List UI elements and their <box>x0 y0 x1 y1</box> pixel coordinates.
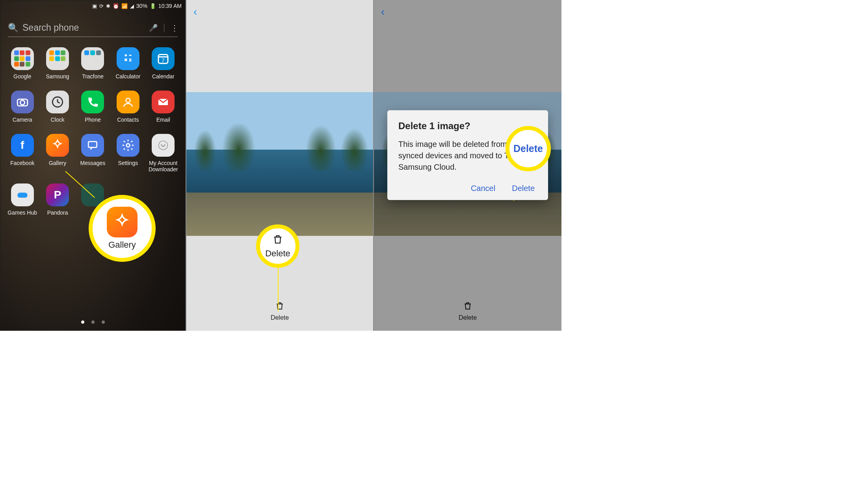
app-label: Camera <box>13 117 32 123</box>
search-bar[interactable]: 🔍 Search phone 🎤 ⋮ <box>8 19 178 37</box>
contacts-icon <box>117 91 139 113</box>
app-contacts[interactable]: Contacts <box>110 91 145 123</box>
app-label: My Account Downloader <box>146 160 181 172</box>
photo-preview[interactable] <box>186 92 373 236</box>
clock-icon <box>46 91 69 113</box>
cancel-button[interactable]: Cancel <box>471 184 495 193</box>
page-dot <box>102 321 105 324</box>
delete-label: Delete <box>459 314 477 321</box>
callout-label: Delete <box>265 248 290 259</box>
callout-highlight-gallery: Gallery <box>89 195 156 262</box>
app-phone[interactable]: Phone <box>75 91 110 123</box>
app-label: Contacts <box>117 117 139 123</box>
delete-button[interactable]: Delete <box>512 184 535 193</box>
app-label: Clock <box>51 117 65 123</box>
games-icon <box>11 183 34 206</box>
folder-icon <box>11 47 34 70</box>
calculator-icon <box>117 47 139 70</box>
app-pandora[interactable]: P Pandora <box>40 183 75 216</box>
svg-point-17 <box>126 144 130 147</box>
delete-label[interactable]: Delete <box>271 314 289 321</box>
downloader-icon <box>152 134 175 157</box>
battery-saver-icon: ▣ <box>92 3 97 9</box>
svg-rect-19 <box>17 193 28 198</box>
camera-icon <box>11 91 34 113</box>
app-clock[interactable]: Clock <box>40 91 75 123</box>
status-bar: ▣ ⟳ ✱ ⏰ 📶 ◢ 30% 🔋 10:39 AM <box>0 0 186 12</box>
signal-icon: ◢ <box>130 3 134 9</box>
panel-app-drawer: ▣ ⟳ ✱ ⏰ 📶 ◢ 30% 🔋 10:39 AM 🔍 Search phon… <box>0 0 186 331</box>
app-label: Samsung <box>46 73 69 80</box>
bottom-action-bar: Delete <box>186 291 373 331</box>
page-indicator[interactable] <box>0 321 186 324</box>
app-label: Calendar <box>152 73 175 80</box>
gallery-icon <box>107 207 138 237</box>
bluetooth-icon: ✱ <box>106 3 110 9</box>
callout-highlight-delete-button: Delete <box>256 224 299 268</box>
app-gallery[interactable]: Gallery <box>40 134 75 172</box>
svg-point-18 <box>159 141 168 150</box>
callout-label: Gallery <box>108 240 136 250</box>
app-label: Facebook <box>10 160 34 166</box>
divider <box>164 24 164 32</box>
app-label: Google <box>13 73 31 80</box>
app-games-hub[interactable]: Games Hub <box>5 183 40 216</box>
sync-icon: ⟳ <box>99 3 104 9</box>
svg-line-14 <box>58 102 60 103</box>
panel-gallery-view: ‹ Delete <box>186 0 373 331</box>
page-dot <box>81 321 84 324</box>
settings-icon <box>117 134 139 157</box>
app-label: Pandora <box>47 209 68 216</box>
app-messages[interactable]: Messages <box>75 134 110 172</box>
trash-icon <box>272 234 283 248</box>
apps-grid: Google Samsung Tracfone <box>0 40 186 216</box>
app-label: Email <box>156 117 170 123</box>
messages-icon <box>81 134 104 157</box>
svg-text:7: 7 <box>162 57 165 63</box>
battery-icon: 🔋 <box>150 3 156 9</box>
email-icon <box>152 91 175 113</box>
clock-time: 10:39 AM <box>158 3 182 9</box>
alarm-icon: ⏰ <box>113 3 119 9</box>
mic-icon[interactable]: 🎤 <box>149 24 158 32</box>
bottom-action-bar: Delete <box>374 291 561 331</box>
svg-point-15 <box>126 98 130 103</box>
phone-icon <box>81 91 104 113</box>
gallery-icon <box>46 134 69 157</box>
search-icon: 🔍 <box>8 23 19 33</box>
app-facebook[interactable]: f Facebook <box>5 134 40 172</box>
page-dot <box>91 321 95 324</box>
callout-leader-line <box>278 266 279 311</box>
folder-icon <box>81 47 104 70</box>
app-my-account-downloader[interactable]: My Account Downloader <box>146 134 181 172</box>
app-label: Gallery <box>49 160 66 166</box>
app-samsung-folder[interactable]: Samsung <box>40 47 75 80</box>
more-icon[interactable]: ⋮ <box>171 23 178 33</box>
folder-icon <box>46 47 69 70</box>
back-button[interactable]: ‹ <box>381 6 385 18</box>
app-settings[interactable]: Settings <box>110 134 145 172</box>
svg-point-11 <box>20 100 24 105</box>
calendar-icon: 7 <box>152 47 175 70</box>
battery-percentage: 30% <box>136 3 147 9</box>
trash-icon <box>463 301 472 313</box>
dialog-actions: Cancel Delete <box>398 184 537 193</box>
callout-highlight-delete-confirm: Delete <box>506 126 551 171</box>
pandora-icon: P <box>46 183 69 206</box>
app-label: Messages <box>80 160 106 166</box>
app-label: Settings <box>118 160 138 166</box>
app-calculator[interactable]: Calculator <box>110 47 145 80</box>
search-placeholder: Search phone <box>22 22 145 33</box>
app-google-folder[interactable]: Google <box>5 47 40 80</box>
wifi-icon: 📶 <box>121 3 128 9</box>
app-camera[interactable]: Camera <box>5 91 40 123</box>
app-email[interactable]: Email <box>146 91 181 123</box>
app-calendar[interactable]: 7 Calendar <box>146 47 181 80</box>
back-button[interactable]: ‹ <box>193 6 197 18</box>
callout-label: Delete <box>513 143 543 154</box>
app-tracfone-folder[interactable]: Tracfone <box>75 47 110 80</box>
app-label: Tracfone <box>82 73 104 80</box>
facebook-icon: f <box>11 134 34 157</box>
svg-rect-16 <box>89 142 97 148</box>
trash-icon[interactable] <box>275 301 284 313</box>
